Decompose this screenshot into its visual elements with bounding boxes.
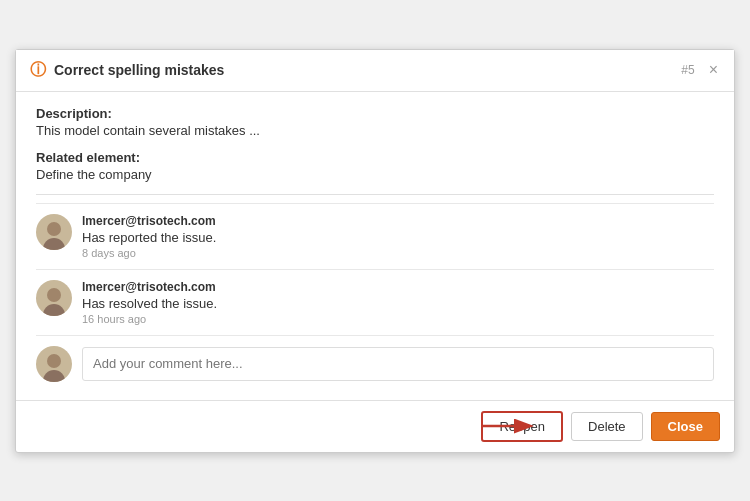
dialog-badge: #5 — [681, 63, 694, 77]
description-label: Description: — [36, 106, 714, 121]
related-element-value: Define the company — [36, 167, 714, 182]
delete-button[interactable]: Delete — [571, 412, 643, 441]
dialog-footer: Reopen Delete Close — [16, 400, 734, 452]
avatar-body-input — [43, 370, 65, 382]
comment-text-2: Has resolved the issue. — [82, 296, 714, 311]
comment-entry-1: lmercer@trisotech.com Has reported the i… — [36, 203, 714, 269]
related-element-label: Related element: — [36, 150, 714, 165]
comment-time-2: 16 hours ago — [82, 313, 714, 325]
dialog-header: ⓘ Correct spelling mistakes #5 × — [16, 50, 734, 92]
avatar-head-1 — [47, 222, 61, 236]
dialog: ⓘ Correct spelling mistakes #5 × Descrip… — [15, 49, 735, 453]
comment-content-2: lmercer@trisotech.com Has resolved the i… — [82, 280, 714, 325]
comment-time-1: 8 days ago — [82, 247, 714, 259]
arrow-container — [479, 412, 539, 440]
avatar-figure-1 — [40, 222, 68, 250]
divider-1 — [36, 194, 714, 195]
close-button[interactable]: Close — [651, 412, 720, 441]
arrow-icon — [479, 412, 539, 440]
comment-entry-2: lmercer@trisotech.com Has resolved the i… — [36, 269, 714, 335]
avatar-head-2 — [47, 288, 61, 302]
comment-text-1: Has reported the issue. — [82, 230, 714, 245]
avatar-1 — [36, 214, 72, 250]
comment-input-row — [36, 335, 714, 386]
dialog-title: Correct spelling mistakes — [54, 62, 681, 78]
avatar-head-input — [47, 354, 61, 368]
comment-content-1: lmercer@trisotech.com Has reported the i… — [82, 214, 714, 259]
avatar-body-1 — [43, 238, 65, 250]
avatar-figure-input — [40, 354, 68, 382]
close-x-button[interactable]: × — [707, 62, 720, 78]
avatar-input — [36, 346, 72, 382]
comment-author-2: lmercer@trisotech.com — [82, 280, 714, 294]
avatar-2 — [36, 280, 72, 316]
comment-input[interactable] — [82, 347, 714, 381]
avatar-figure-2 — [40, 288, 68, 316]
comment-author-1: lmercer@trisotech.com — [82, 214, 714, 228]
dialog-body: Description: This model contain several … — [16, 92, 734, 400]
info-icon: ⓘ — [30, 60, 46, 81]
avatar-body-2 — [43, 304, 65, 316]
description-value: This model contain several mistakes ... — [36, 123, 714, 138]
